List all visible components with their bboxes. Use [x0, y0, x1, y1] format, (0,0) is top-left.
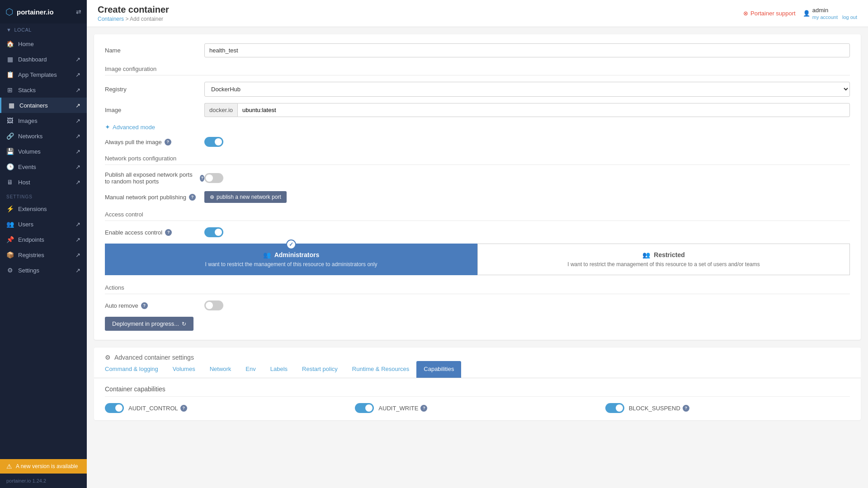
- check-icon: ✓: [289, 241, 293, 248]
- enable-access-toggle[interactable]: [204, 227, 223, 237]
- block-suspend-toggle[interactable]: [605, 403, 624, 413]
- tab-runtime-resources[interactable]: Runtime & Resources: [345, 361, 416, 378]
- create-container-form: Name Image configuration Registry Docker…: [94, 34, 861, 340]
- sidebar-item-images[interactable]: 🖼 Images ↗: [0, 113, 87, 128]
- host-icon: 🖥: [6, 178, 14, 186]
- audit-control-help-icon[interactable]: ?: [180, 405, 187, 412]
- settings-section-title: SETTINGS: [0, 190, 87, 201]
- auto-remove-help-icon[interactable]: ?: [141, 302, 148, 309]
- image-prefix: docker.io: [204, 103, 237, 117]
- publish-all-slider: [204, 173, 223, 183]
- support-label: Portainer support: [750, 10, 796, 17]
- registry-label: Registry: [105, 86, 204, 93]
- restricted-card[interactable]: 👥 Restricted I want to restrict the mana…: [477, 244, 850, 275]
- restricted-card-desc: I want to restrict the management of thi…: [567, 261, 760, 267]
- tab-capabilities[interactable]: Capabilities: [416, 361, 461, 378]
- breadcrumb-containers-link[interactable]: Containers: [98, 16, 124, 22]
- publish-btn-wrapper: ⊕ publish a new network port: [204, 191, 850, 203]
- advanced-mode-link[interactable]: ✦ Advanced mode: [105, 123, 850, 131]
- sidebar-item-networks[interactable]: 🔗 Networks ↗: [0, 128, 87, 144]
- block-suspend-help-icon[interactable]: ?: [683, 405, 689, 412]
- always-pull-help-icon[interactable]: ?: [165, 139, 171, 145]
- sidebar-item-label: Containers: [19, 102, 48, 109]
- advanced-mode-label: Advanced mode: [113, 124, 155, 131]
- audit-control-toggle[interactable]: [105, 403, 124, 413]
- sidebar-item-app-templates[interactable]: 📋 App Templates ↗: [0, 67, 87, 82]
- administrators-card-check: ✓: [286, 239, 296, 249]
- auto-remove-label: Auto remove ?: [105, 302, 204, 309]
- tab-command-logging[interactable]: Command & logging: [98, 361, 165, 378]
- main-area: Create container Containers > Add contai…: [87, 0, 868, 488]
- tab-volumes[interactable]: Volumes: [165, 361, 203, 378]
- auto-remove-toggle[interactable]: [204, 300, 223, 310]
- support-link[interactable]: ⊗ Portainer support: [743, 10, 796, 17]
- audit-control-slider: [105, 403, 124, 413]
- breadcrumb-separator: >: [125, 16, 130, 22]
- image-row: Image docker.io: [105, 103, 850, 117]
- log-out-link[interactable]: log out: [842, 14, 857, 20]
- enable-access-help-icon[interactable]: ?: [165, 229, 172, 236]
- advanced-settings-label: Advanced container settings: [114, 354, 194, 361]
- tab-env[interactable]: Env: [238, 361, 263, 378]
- volumes-icon: 💾: [6, 148, 14, 155]
- deploy-row: Deployment in progress... ↻: [105, 317, 850, 331]
- sidebar-local-label: ▼ LOCAL: [0, 23, 87, 36]
- publish-all-row: Publish all exposed network ports to ran…: [105, 171, 850, 185]
- sidebar-item-home[interactable]: 🏠 Home: [0, 36, 87, 52]
- header-right: ⊗ Portainer support 👤 admin my account l…: [743, 7, 857, 20]
- sidebar-item-label: Dashboard: [18, 56, 47, 63]
- advanced-settings-header: ⚙ Advanced container settings: [94, 347, 861, 361]
- sidebar-item-arrow: ↗: [75, 221, 80, 228]
- administrators-card-desc: I want to restrict the management of thi…: [205, 261, 377, 267]
- registry-select[interactable]: DockerHub: [204, 82, 850, 97]
- image-input-group: docker.io: [204, 103, 850, 117]
- sidebar-item-arrow: ↗: [75, 71, 80, 78]
- block-suspend-label: BLOCK_SUSPEND ?: [629, 405, 689, 412]
- image-config-section: Image configuration: [105, 66, 850, 75]
- always-pull-toggle[interactable]: [204, 137, 223, 147]
- sidebar-item-users[interactable]: 👥 Users ↗: [0, 216, 87, 232]
- deploy-button[interactable]: Deployment in progress... ↻: [105, 317, 193, 331]
- manual-network-row: Manual network port publishing ? ⊕ publi…: [105, 191, 850, 203]
- sidebar-item-settings[interactable]: ⚙ Settings ↗: [0, 263, 87, 278]
- administrators-card[interactable]: ✓ 👥 Administrators I want to restrict th…: [105, 244, 477, 275]
- audit-write-toggle[interactable]: [355, 403, 374, 413]
- content-area: Name Image configuration Registry Docker…: [87, 27, 868, 488]
- tab-labels[interactable]: Labels: [263, 361, 295, 378]
- manual-network-help-icon[interactable]: ?: [189, 194, 196, 201]
- update-banner[interactable]: ⚠ A new version is available: [0, 459, 87, 474]
- image-input[interactable]: [237, 103, 850, 117]
- enable-access-row: Enable access control ?: [105, 227, 850, 237]
- breadcrumb: Containers > Add container: [98, 16, 169, 22]
- auto-remove-slider: [204, 300, 223, 310]
- sidebar-item-volumes[interactable]: 💾 Volumes ↗: [0, 144, 87, 159]
- sidebar-version: portainer.io 1.24.2: [0, 474, 87, 488]
- sidebar-item-dashboard[interactable]: ▦ Dashboard ↗: [0, 52, 87, 67]
- sidebar-item-stacks[interactable]: ⊞ Stacks ↗: [0, 82, 87, 98]
- sidebar-local-down-icon: ▼: [6, 27, 11, 33]
- my-account-link[interactable]: my account: [812, 14, 838, 20]
- name-input[interactable]: [204, 43, 850, 57]
- publish-all-toggle-wrapper: [204, 173, 850, 183]
- capabilities-grid: AUDIT_CONTROL ? AUDIT_WRITE ?: [105, 403, 850, 413]
- breadcrumb-current: Add container: [130, 16, 163, 22]
- publish-all-toggle[interactable]: [204, 173, 223, 183]
- update-banner-text: A new version is available: [16, 463, 78, 469]
- sidebar-item-registries[interactable]: 📦 Registries ↗: [0, 247, 87, 263]
- audit-write-help-icon[interactable]: ?: [420, 405, 427, 412]
- sidebar-logo[interactable]: ⬡ portainer.io ⇄: [0, 0, 87, 23]
- sidebar-item-events[interactable]: 🕒 Events ↗: [0, 159, 87, 174]
- sidebar-item-host[interactable]: 🖥 Host ↗: [0, 174, 87, 190]
- publish-all-help-icon[interactable]: ?: [200, 175, 204, 182]
- sidebar-item-containers[interactable]: ▦ Containers ↗: [0, 98, 87, 113]
- tab-restart-policy[interactable]: Restart policy: [295, 361, 345, 378]
- sidebar-item-extensions[interactable]: ⚡ Extensions: [0, 201, 87, 216]
- sidebar-item-label: Extensions: [18, 206, 47, 212]
- tab-network[interactable]: Network: [203, 361, 239, 378]
- sidebar-item-endpoints[interactable]: 📌 Endpoints ↗: [0, 232, 87, 247]
- registry-row: Registry DockerHub: [105, 82, 850, 97]
- endpoints-icon: 📌: [6, 236, 14, 243]
- enable-access-toggle-wrapper: [204, 227, 850, 237]
- publish-new-port-button[interactable]: ⊕ publish a new network port: [204, 191, 287, 203]
- sidebar-switch-icon[interactable]: ⇄: [76, 8, 81, 15]
